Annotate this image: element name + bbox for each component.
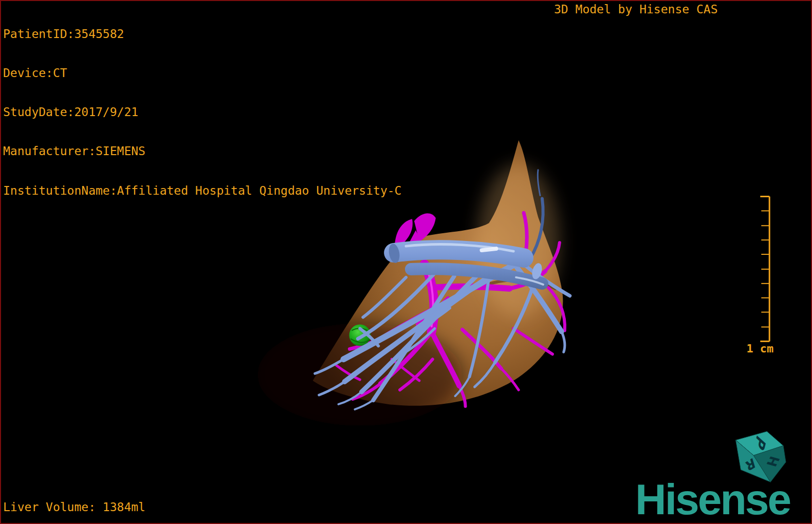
viewer-window: 1 cm P R H PatientID:3545582 Device:CT S…: [0, 0, 812, 524]
liver-volume-readout: Liver Volume: 1384ml: [3, 500, 145, 514]
liver-highlight: [477, 165, 559, 319]
manufacturer-line: Manufacturer:SIEMENS: [3, 145, 401, 158]
hisense-logo: Hisense: [635, 478, 790, 521]
watermark-title: 3D Model by Hisense CAS: [554, 3, 718, 16]
scale-bar-label: 1 cm: [746, 342, 773, 355]
device-line: Device:CT: [3, 67, 401, 80]
study-date-line: StudyDate:2017/9/21: [3, 106, 401, 119]
institution-line: InstitutionName:Affiliated Hospital Qing…: [3, 184, 401, 197]
patient-info-overlay: PatientID:3545582 Device:CT StudyDate:20…: [3, 2, 401, 223]
orientation-cube[interactable]: P R H: [735, 432, 786, 482]
patient-id-line: PatientID:3545582: [3, 28, 401, 41]
scale-bar: [760, 197, 769, 342]
